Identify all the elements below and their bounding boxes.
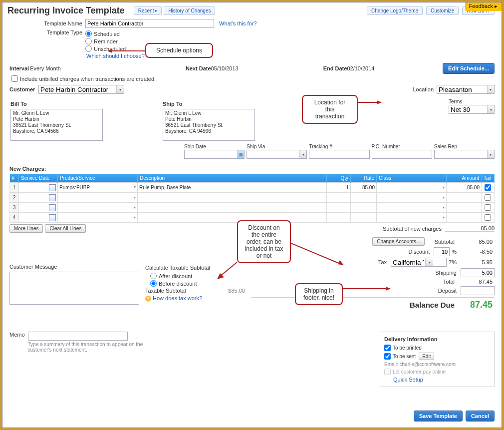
include-unbilled-label: Include unbilled charges when transactio… (20, 76, 156, 82)
ship-via-input[interactable]: ▾ (247, 150, 307, 159)
tax-combo[interactable]: ▾ (391, 258, 447, 267)
history-button[interactable]: History of Changes (164, 6, 215, 15)
shipto-text[interactable]: Mr. Glenn L Lew Pete Harbin 36521 East T… (163, 109, 255, 141)
interval-label: Interval (9, 65, 29, 71)
customer-combo[interactable]: ▾ (38, 85, 124, 94)
table-row[interactable]: 2▾▾ (10, 193, 495, 203)
location-combo[interactable]: ▾ (437, 85, 495, 94)
template-name-input[interactable] (85, 19, 214, 28)
change-logo-button[interactable]: Change Logo/Theme (367, 6, 423, 15)
cancel-button[interactable]: Cancel (466, 411, 495, 422)
after-discount-radio[interactable] (150, 273, 157, 279)
chevron-down-icon[interactable]: ▾ (134, 205, 136, 210)
tracking-label: Tracking # (309, 144, 369, 149)
change-accounts-button[interactable]: Change Accounts... (372, 237, 425, 246)
calendar-icon[interactable] (49, 214, 56, 221)
shipto-label: Ship To (163, 101, 255, 107)
edit-delivery-button[interactable]: Edit (419, 353, 434, 360)
chevron-down-icon[interactable]: ▾ (487, 150, 494, 158)
chevron-down-icon[interactable]: ▾ (487, 105, 494, 113)
chevron-down-icon[interactable]: ▾ (425, 258, 433, 266)
customize-button[interactable]: Customize (426, 6, 459, 15)
tax-checkbox[interactable] (485, 194, 491, 201)
tax-checkbox[interactable] (485, 214, 491, 221)
tax-pct: 7% (449, 259, 457, 265)
taxable-subtotal-value: $85.00 (228, 288, 245, 294)
calendar-icon[interactable] (49, 194, 56, 201)
customer-msg-input[interactable] (9, 272, 139, 305)
ship-date-input[interactable]: ▦ (184, 150, 245, 159)
shipping-label: Shipping (394, 270, 459, 276)
shipping-input[interactable] (461, 268, 495, 277)
chevron-down-icon[interactable]: ▾ (487, 85, 494, 93)
tax-checkbox[interactable] (485, 184, 491, 191)
edit-schedule-button[interactable]: Edit Schedule... (443, 63, 495, 74)
balance-value: 87.45 (459, 300, 495, 310)
feedback-tab[interactable]: Feedback ▸ (465, 2, 502, 11)
charges-table: # Service Date Product/Service Descripti… (9, 174, 495, 223)
type-reminder-radio[interactable] (85, 38, 92, 44)
after-discount-label: After discount (159, 273, 192, 279)
quick-setup-link[interactable]: Quick Setup (393, 377, 423, 383)
terms-combo[interactable]: ▾ (449, 105, 495, 114)
to-be-printed-checkbox[interactable] (384, 345, 391, 351)
chevron-down-icon[interactable]: ▾ (443, 185, 445, 190)
calendar-icon[interactable] (49, 204, 56, 211)
chevron-down-icon[interactable]: ▾ (443, 195, 445, 200)
email-label: Email: (384, 362, 398, 367)
calendar-icon[interactable] (49, 184, 56, 191)
discount-pct-input[interactable] (434, 247, 450, 256)
discount-label: Discount (367, 249, 432, 255)
svg-marker-7 (386, 287, 391, 291)
help-icon: ? (145, 296, 151, 302)
delivery-title: Delivery Information (384, 336, 490, 342)
chevron-down-icon[interactable]: ▾ (134, 185, 136, 189)
customer-label: Customer (9, 86, 38, 92)
table-row[interactable]: 1 Pumps:PUBP▾ Rule Pump, Base Plate 1 85… (10, 183, 495, 193)
to-be-printed-label: To be printed (393, 345, 422, 351)
type-scheduled-label: Scheduled (94, 31, 120, 37)
template-type-label: Template Type (39, 29, 85, 35)
total-value: 87.45 (459, 279, 495, 285)
interval-value: Every Month (30, 65, 61, 71)
to-be-sent-label: To be sent (393, 354, 416, 359)
type-scheduled-radio[interactable] (85, 30, 92, 37)
callout-discount: Discount on the entire order, can be inc… (237, 220, 291, 263)
before-discount-radio[interactable] (150, 280, 157, 287)
include-unbilled-checkbox[interactable] (11, 75, 18, 82)
sales-rep-input[interactable]: ▾ (434, 150, 495, 159)
callout-location: Location for this transaction (302, 95, 358, 124)
recent-button[interactable]: Recent▾ (134, 6, 162, 15)
po-input[interactable] (372, 150, 432, 159)
how-tax-link[interactable]: How does tax work? (153, 295, 202, 301)
tracking-input[interactable] (309, 150, 369, 159)
type-unscheduled-radio[interactable] (85, 45, 92, 52)
customer-msg-label: Customer Message (9, 264, 139, 270)
more-lines-button[interactable]: More Lines (9, 224, 43, 233)
email-value: charlie@ccrsoftware.com (400, 362, 456, 367)
memo-label: Memo (9, 332, 25, 338)
tax-checkbox[interactable] (485, 204, 491, 211)
discount-value: -8.50 (459, 249, 495, 255)
chevron-down-icon[interactable]: ▾ (134, 195, 136, 200)
billto-text[interactable]: Mr. Glenn L Lew Pete Harbin 36521 East T… (10, 109, 103, 141)
whats-this-link[interactable]: What's this for? (219, 20, 256, 26)
memo-input[interactable] (28, 332, 128, 341)
callout-shipping: Shipping in footer, nice! (295, 283, 343, 305)
calendar-icon[interactable]: ▦ (237, 150, 244, 158)
chevron-down-icon[interactable]: ▾ (116, 85, 124, 93)
table-row[interactable]: 3▾▾ (10, 203, 495, 213)
to-be-sent-checkbox[interactable] (384, 353, 391, 360)
chevron-down-icon[interactable]: ▾ (134, 215, 136, 220)
deposit-input[interactable] (461, 286, 495, 295)
chevron-down-icon[interactable]: ▾ (299, 150, 306, 158)
chevron-down-icon[interactable]: ▾ (443, 215, 445, 220)
subtotal-charges-label: Subtotal of new charges (383, 226, 442, 232)
clear-lines-button[interactable]: Clear All Lines (45, 224, 86, 233)
svg-marker-3 (377, 100, 382, 104)
before-discount-label: Before discount (159, 281, 197, 287)
save-template-button[interactable]: Save Template (414, 411, 463, 422)
chevron-down-icon[interactable]: ▾ (443, 205, 445, 210)
subtotal-charges-value: 85.00 (445, 225, 495, 232)
pay-online-checkbox (384, 369, 391, 375)
